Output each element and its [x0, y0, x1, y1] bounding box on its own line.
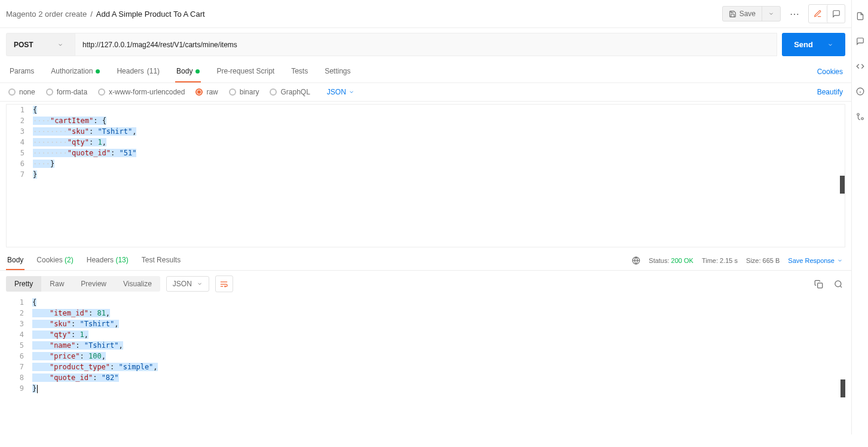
save-label: Save	[739, 10, 756, 18]
response-toolbar: Pretty Raw Preview Visualize JSON	[0, 271, 851, 297]
code-icon[interactable]	[856, 62, 864, 71]
resp-tab-cookies[interactable]: Cookies (2)	[35, 251, 74, 270]
breadcrumb-current: Add A Simple Product To A Cart	[96, 10, 205, 19]
radio-none[interactable]: none	[8, 88, 35, 96]
top-bar: Magento 2 order create / Add A Simple Pr…	[0, 0, 851, 28]
request-tabs-row: Params Authorization Headers (11) Body P…	[0, 61, 851, 83]
body-type-row: none form-data x-www-form-urlencoded raw…	[0, 83, 851, 102]
cookies-link[interactable]: Cookies	[817, 68, 843, 76]
resp-tab-tests[interactable]: Test Results	[140, 251, 182, 270]
body-type-radios: none form-data x-www-form-urlencoded raw…	[8, 88, 354, 96]
wrap-lines-button[interactable]	[215, 275, 233, 292]
svg-rect-4	[818, 283, 823, 287]
view-preview[interactable]: Preview	[72, 276, 115, 292]
right-sidebar	[851, 0, 868, 434]
response-tabs: Body Cookies (2) Headers (13) Test Resul…	[6, 251, 182, 270]
copy-button[interactable]	[814, 280, 823, 289]
tab-tests[interactable]: Tests	[290, 61, 309, 82]
response-toolbar-left: Pretty Raw Preview Visualize JSON	[6, 275, 233, 292]
more-icon: ⋯	[790, 8, 800, 20]
response-tabs-row: Body Cookies (2) Headers (13) Test Resul…	[0, 251, 851, 271]
request-url-input[interactable]	[75, 33, 777, 56]
tab-headers[interactable]: Headers (11)	[115, 61, 161, 82]
resize-handle[interactable]	[840, 176, 845, 194]
radio-raw[interactable]: raw	[195, 88, 218, 96]
tab-params[interactable]: Params	[8, 61, 35, 82]
radio-formdata[interactable]: form-data	[46, 88, 87, 96]
top-right-controls: Save ⋯	[722, 4, 845, 23]
save-icon	[729, 10, 736, 18]
info-icon[interactable]	[856, 87, 864, 96]
tab-settings[interactable]: Settings	[323, 61, 352, 82]
response-meta: Status: 200 OK Time: 2.15 s Size: 665 B …	[632, 256, 843, 265]
status-text: Status: 200 OK	[649, 257, 693, 264]
save-dropdown[interactable]	[762, 7, 780, 21]
save-button[interactable]: Save	[723, 7, 762, 21]
svg-point-5	[835, 280, 841, 286]
radio-graphql[interactable]: GraphQL	[270, 88, 310, 96]
response-format-select[interactable]: JSON	[166, 276, 209, 292]
radio-urlencoded[interactable]: x-www-form-urlencoded	[98, 88, 185, 96]
breadcrumb: Magento 2 order create / Add A Simple Pr…	[6, 10, 205, 19]
send-button[interactable]: Send	[782, 33, 845, 56]
response-body-viewer[interactable]: 1{2 "item_id": 81,3 "sku": "Tshirt",4 "q…	[6, 297, 845, 434]
doc-actions	[808, 4, 845, 23]
svg-line-6	[840, 286, 842, 287]
beautify-link[interactable]: Beautify	[817, 88, 843, 96]
related-icon[interactable]	[856, 112, 864, 121]
search-button[interactable]	[834, 280, 843, 289]
request-url-row: POST Send	[0, 28, 851, 61]
radio-binary[interactable]: binary	[229, 88, 259, 96]
globe-icon[interactable]	[632, 256, 640, 265]
tab-authorization[interactable]: Authorization	[50, 61, 101, 82]
request-body-editor[interactable]: 1{2····"cartItem": {3········"sku": "Tsh…	[6, 104, 845, 247]
edit-docs-button[interactable]	[809, 5, 827, 23]
resp-tab-headers[interactable]: Headers (13)	[85, 251, 130, 270]
response-toolbar-right	[814, 280, 843, 289]
size-text: Size: 665 B	[746, 257, 780, 264]
tab-prerequest[interactable]: Pre-request Script	[215, 61, 276, 82]
comments-button[interactable]	[827, 5, 845, 23]
time-text: Time: 2.15 s	[702, 257, 738, 264]
http-method-select[interactable]: POST	[6, 33, 75, 56]
docs-icon[interactable]	[856, 12, 864, 20]
view-raw[interactable]: Raw	[41, 276, 72, 292]
more-options-button[interactable]: ⋯	[786, 5, 803, 23]
tab-body[interactable]: Body	[175, 61, 201, 82]
resp-tab-body[interactable]: Body	[6, 251, 25, 270]
view-pretty[interactable]: Pretty	[6, 276, 41, 292]
breadcrumb-sep: /	[90, 10, 93, 19]
resize-handle[interactable]	[841, 379, 845, 397]
save-response-button[interactable]: Save Response	[788, 257, 843, 264]
http-method-value: POST	[14, 41, 33, 49]
view-visualize[interactable]: Visualize	[115, 276, 160, 292]
svg-point-11	[861, 118, 863, 120]
raw-format-select[interactable]: JSON	[327, 88, 354, 96]
view-mode-group: Pretty Raw Preview Visualize	[6, 276, 160, 292]
send-label: Send	[794, 40, 813, 49]
dot-icon	[195, 69, 200, 74]
svg-point-10	[857, 114, 859, 116]
breadcrumb-parent[interactable]: Magento 2 order create	[6, 10, 87, 19]
dot-icon	[96, 69, 100, 74]
comments-rail-icon[interactable]	[856, 37, 864, 45]
request-tabs: Params Authorization Headers (11) Body P…	[8, 61, 352, 82]
save-button-group: Save	[722, 6, 781, 22]
